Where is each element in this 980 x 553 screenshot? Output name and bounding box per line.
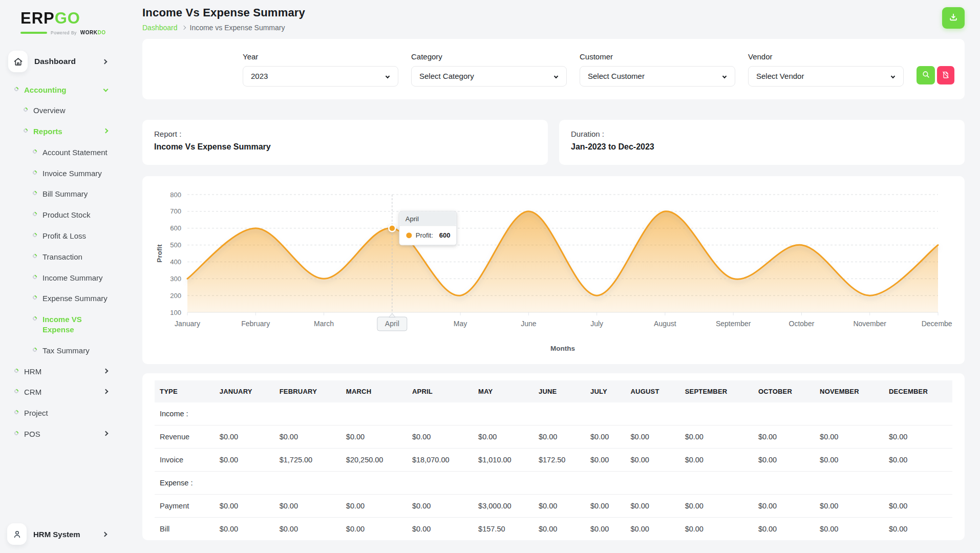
sidebar-item-hrm[interactable]: HRM xyxy=(7,361,112,382)
sidebar-item-income-summary[interactable]: Income Summary xyxy=(7,267,112,288)
chevron-right-icon xyxy=(102,59,108,64)
column-header-october: OCTOBER xyxy=(753,380,815,402)
cell-value: $0.00 xyxy=(680,449,753,472)
cell-value: $0.00 xyxy=(473,426,534,449)
cell-value: $0.00 xyxy=(215,518,274,541)
cell-value: $0.00 xyxy=(341,518,407,541)
table-row-revenue: Revenue$0.00$0.00$0.00$0.00$0.00$0.00$0.… xyxy=(155,426,952,449)
sidebar-item-crm[interactable]: CRM xyxy=(7,382,112,403)
cell-value: $172.50 xyxy=(534,449,585,472)
cell-value: $0.00 xyxy=(407,426,473,449)
sidebar-item-tax-summary[interactable]: Tax Summary xyxy=(7,340,112,361)
search-button[interactable] xyxy=(917,66,935,84)
cell-value: $0.00 xyxy=(815,495,884,518)
sidebar-item-overview[interactable]: Overview xyxy=(7,100,112,121)
bullet-icon xyxy=(32,253,37,259)
bullet-icon xyxy=(32,316,37,322)
cell-value: $0.00 xyxy=(753,426,815,449)
cell-value: $0.00 xyxy=(274,518,341,541)
cell-value: $0.00 xyxy=(407,518,473,541)
sidebar-item-label: Product Stock xyxy=(42,210,108,220)
download-button[interactable] xyxy=(942,7,965,29)
cell-value: $0.00 xyxy=(680,426,753,449)
cell-value: $0.00 xyxy=(585,449,626,472)
column-header-november: NOVEMBER xyxy=(815,380,884,402)
cell-value: $0.00 xyxy=(585,518,626,541)
table-row-payment: Payment$0.00$0.00$0.00$0.00$3,000.00$0.0… xyxy=(155,495,952,518)
main-content: Income Vs Expense Summary Dashboard Inco… xyxy=(116,0,980,540)
page-title: Income Vs Expense Summary xyxy=(142,6,305,19)
vendor-select[interactable]: Select Vendor xyxy=(748,66,904,87)
column-header-march: MARCH xyxy=(341,380,407,402)
cell-value: $0.00 xyxy=(626,449,680,472)
svg-text:Profit:: Profit: xyxy=(416,231,433,239)
sidebar-item-profit-loss[interactable]: Profit & Loss xyxy=(7,226,112,247)
cell-value: $0.00 xyxy=(815,518,884,541)
svg-text:March: March xyxy=(314,320,334,328)
sidebar-item-label: Income VS Expense xyxy=(42,314,108,335)
sidebar-item-income-vs-expense[interactable]: Income VS Expense xyxy=(7,309,112,341)
bullet-icon xyxy=(32,274,37,280)
sidebar-item-account-statement[interactable]: Account Statement xyxy=(7,142,112,163)
cell-value: $0.00 xyxy=(215,426,274,449)
svg-text:November: November xyxy=(853,320,886,328)
cell-value: $0.00 xyxy=(815,449,884,472)
cell-value: $0.00 xyxy=(884,449,952,472)
profit-chart-card: 100200300400500600700800JanuaryFebruaryM… xyxy=(142,176,965,364)
bullet-icon xyxy=(13,410,19,415)
column-header-type: TYPE xyxy=(155,380,215,402)
breadcrumb: Dashboard Income vs Expense Summary xyxy=(142,24,305,32)
sidebar-item-bill-summary[interactable]: Bill Summary xyxy=(7,184,112,205)
dashboard-label: Dashboard xyxy=(34,57,76,66)
chevron-down-icon xyxy=(891,74,895,78)
chevron-right-icon xyxy=(103,431,109,436)
svg-text:December: December xyxy=(922,320,952,328)
logo-text-erp: ERP xyxy=(20,9,55,27)
cell-value: $0.00 xyxy=(215,495,274,518)
chevron-right-icon xyxy=(103,368,109,373)
table-row-invoice: Invoice$0.00$1,725.00$20,250.00$18,070.0… xyxy=(155,449,952,472)
sidebar-item-transaction[interactable]: Transaction xyxy=(7,246,112,267)
section-row-expense: Expense : xyxy=(155,472,952,495)
sidebar-item-accounting[interactable]: Accounting xyxy=(7,79,112,100)
sidebar-item-project[interactable]: Project xyxy=(7,403,112,424)
cell-value: $0.00 xyxy=(884,495,952,518)
cell-value: $0.00 xyxy=(815,426,884,449)
duration-label: Duration : xyxy=(571,130,953,138)
breadcrumb-dashboard-link[interactable]: Dashboard xyxy=(142,24,178,32)
filter-panel: Year 2023 Category Select Category Custo… xyxy=(142,39,965,99)
cell-value: $0.00 xyxy=(753,495,815,518)
svg-text:June: June xyxy=(521,320,537,328)
svg-text:September: September xyxy=(716,320,751,328)
cell-value: $1,725.00 xyxy=(274,449,341,472)
profit-area-chart[interactable]: 100200300400500600700800JanuaryFebruaryM… xyxy=(155,185,952,354)
sidebar-item-expense-summary[interactable]: Expense Summary xyxy=(7,288,112,309)
sidebar-item-dashboard[interactable]: Dashboard xyxy=(8,51,112,72)
svg-text:February: February xyxy=(241,320,270,328)
section-label: Expense : xyxy=(155,472,215,495)
cell-value: $0.00 xyxy=(341,495,407,518)
category-select[interactable]: Select Category xyxy=(411,66,567,87)
report-label: Report : xyxy=(154,130,536,138)
sidebar-item-reports[interactable]: Reports xyxy=(7,121,112,142)
bullet-icon xyxy=(32,211,37,217)
column-header-august: AUGUST xyxy=(626,380,680,402)
sidebar-item-pos[interactable]: POS xyxy=(7,424,112,445)
customer-select[interactable]: Select Customer xyxy=(580,66,735,87)
svg-text:October: October xyxy=(789,320,815,328)
sidebar-item-hrm-system[interactable]: HRM System xyxy=(7,523,112,545)
bullet-icon xyxy=(32,232,37,238)
year-select[interactable]: 2023 xyxy=(243,66,398,87)
cell-value: $0.00 xyxy=(680,518,753,541)
cell-value: $0.00 xyxy=(585,495,626,518)
sidebar-item-product-stock[interactable]: Product Stock xyxy=(7,205,112,226)
cell-value: $0.00 xyxy=(534,495,585,518)
sidebar-item-invoice-summary[interactable]: Invoice Summary xyxy=(7,163,112,184)
column-header-june: JUNE xyxy=(534,380,585,402)
cell-value: $1,010.00 xyxy=(473,449,534,472)
row-type: Revenue xyxy=(155,426,215,449)
reset-filter-button[interactable] xyxy=(937,66,954,84)
bullet-icon xyxy=(13,368,19,373)
sidebar-item-label: Expense Summary xyxy=(42,293,108,304)
bullet-icon xyxy=(32,347,37,352)
